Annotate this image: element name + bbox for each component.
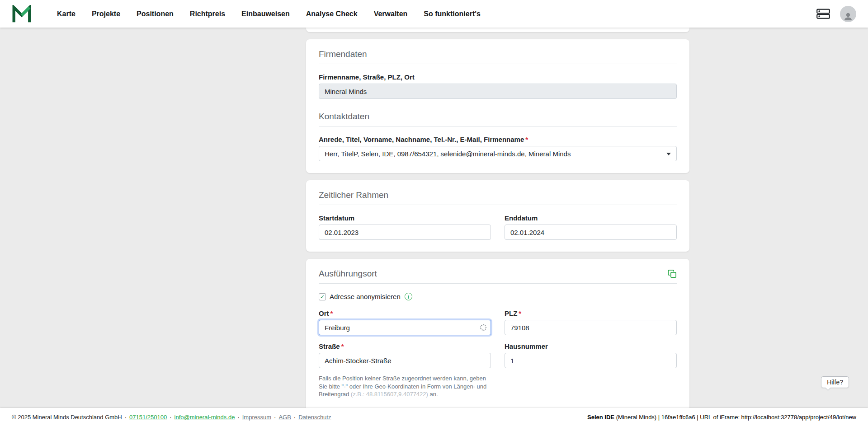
plz-label: PLZ* (505, 309, 677, 317)
impressum-link[interactable]: Impressum (242, 414, 271, 421)
agb-link[interactable]: AGB (278, 414, 291, 421)
user-avatar[interactable] (840, 6, 856, 22)
form-column: Firmendaten Firmenname, Straße, PLZ, Ort… (306, 28, 689, 426)
separator-dot: · (125, 414, 127, 421)
server-icon[interactable] (816, 8, 830, 19)
required-asterisk: * (525, 136, 528, 143)
nav-links: Karte Projekte Positionen Richtpreis Ein… (57, 10, 481, 18)
required-asterisk: * (519, 309, 521, 317)
info-icon[interactable]: i (405, 293, 412, 300)
divider (319, 126, 677, 126)
ide-info: (Mineral Minds) | 16fae1ffc6a6 | URL of … (614, 414, 856, 421)
kontakt-label-text: Anrede, Titel, Vorname, Nachname, Tel.-N… (319, 136, 524, 143)
help-button[interactable]: Hilfe? (821, 376, 849, 388)
nav-item-einbauweisen[interactable]: Einbauweisen (241, 10, 290, 18)
strasse-label: Straße* (319, 342, 491, 350)
nav-item-positionen[interactable]: Positionen (137, 10, 174, 18)
plz-input[interactable] (505, 320, 677, 335)
ort-label-text: Ort (319, 309, 329, 317)
ort-field: Ort* (319, 309, 491, 335)
separator-dot: · (294, 414, 296, 421)
ausfuehrungsort-title: Ausführungsort (319, 269, 377, 279)
card-partial-top (306, 28, 689, 32)
phone-link[interactable]: 07151/250100 (129, 414, 167, 421)
hausnummer-label: Hausnummer (505, 342, 677, 350)
nav-item-so-funktionierts[interactable]: So funktioniert's (424, 10, 481, 18)
anonymize-checkbox[interactable]: ✓ (319, 293, 326, 300)
hint-suffix: an. (428, 391, 438, 398)
kontakt-label: Anrede, Titel, Vorname, Nachname, Tel.-N… (319, 136, 677, 143)
hint-example: (z.B.: 48.8115607,9.4077422) (351, 391, 428, 398)
firmenname-input (319, 84, 677, 99)
divider (319, 64, 677, 64)
enddatum-input[interactable] (505, 225, 677, 240)
nav-item-verwalten[interactable]: Verwalten (374, 10, 408, 18)
ort-label: Ort* (319, 309, 491, 317)
strasse-hint: Falls die Position keiner Straße zugeord… (319, 375, 491, 398)
strasse-input[interactable] (319, 353, 491, 368)
required-asterisk: * (341, 342, 344, 350)
person-icon (843, 11, 854, 22)
startdatum-label-text: Startdatum (319, 214, 354, 222)
check-icon: ✓ (320, 294, 325, 300)
loading-spinner-icon (480, 324, 486, 331)
startdatum-input[interactable] (319, 225, 491, 240)
kontaktdaten-title: Kontaktdaten (319, 112, 677, 122)
enddatum-field: Enddatum (505, 214, 677, 240)
ausfuehrungsort-card: Ausführungsort ✓ Adresse anonymisieren i… (306, 259, 689, 416)
plz-field: PLZ* (505, 309, 677, 335)
nav-item-karte[interactable]: Karte (57, 10, 75, 18)
enddatum-label: Enddatum (505, 214, 677, 222)
enddatum-label-text: Enddatum (505, 214, 538, 222)
copyright-text: © 2025 Mineral Minds Deutschland GmbH (12, 414, 122, 421)
nav-item-richtpreis[interactable]: Richtpreis (190, 10, 225, 18)
required-asterisk: * (330, 309, 333, 317)
separator-dot: · (170, 414, 171, 421)
separator-dot: · (237, 414, 239, 421)
copy-icon[interactable] (668, 269, 677, 278)
separator-dot: · (274, 414, 276, 421)
divider (319, 283, 677, 284)
kontakt-selected-value: Herr, TitelP, Selen, IDE, 0987/654321, s… (325, 150, 571, 158)
hausnummer-input[interactable] (505, 353, 677, 368)
firmendaten-title: Firmendaten (319, 49, 677, 59)
logo-m-icon (12, 5, 32, 23)
footer-right: Selen IDE (Mineral Minds) | 16fae1ffc6a6… (587, 414, 856, 421)
divider (319, 205, 677, 205)
plz-label-text: PLZ (505, 309, 517, 317)
hausnummer-label-text: Hausnummer (505, 342, 548, 350)
nav-item-analyse-check[interactable]: Analyse Check (306, 10, 358, 18)
footer: © 2025 Mineral Minds Deutschland GmbH · … (0, 408, 868, 426)
zeitlicher-rahmen-title: Zeitlicher Rahmen (319, 190, 677, 200)
anonymize-row: ✓ Adresse anonymisieren i (319, 293, 677, 300)
zeitlicher-rahmen-card: Zeitlicher Rahmen Startdatum Enddatum (306, 180, 689, 252)
chevron-down-icon (666, 153, 671, 155)
top-navbar: Karte Projekte Positionen Richtpreis Ein… (0, 0, 868, 28)
ide-name: Selen IDE (587, 414, 614, 421)
navbar-right (816, 6, 856, 22)
firmenname-label-text: Firmenname, Straße, PLZ, Ort (319, 73, 415, 81)
mineral-minds-logo[interactable] (12, 5, 32, 23)
info-icon-glyph: i (408, 294, 409, 300)
strasse-field: Straße* (319, 342, 491, 368)
ort-input[interactable] (319, 320, 491, 335)
datenschutz-link[interactable]: Datenschutz (298, 414, 331, 421)
nav-item-projekte[interactable]: Projekte (92, 10, 120, 18)
kontakt-select[interactable]: Herr, TitelP, Selen, IDE, 0987/654321, s… (319, 146, 677, 161)
strasse-label-text: Straße (319, 342, 340, 350)
email-link[interactable]: info@mineral-minds.de (175, 414, 235, 421)
anonymize-label: Adresse anonymisieren (330, 293, 401, 300)
firmenname-label: Firmenname, Straße, PLZ, Ort (319, 73, 677, 81)
firmendaten-card: Firmendaten Firmenname, Straße, PLZ, Ort… (306, 39, 689, 173)
footer-left: © 2025 Mineral Minds Deutschland GmbH · … (12, 414, 331, 421)
hausnummer-field: Hausnummer (505, 342, 677, 368)
startdatum-field: Startdatum (319, 214, 491, 240)
startdatum-label: Startdatum (319, 214, 491, 222)
